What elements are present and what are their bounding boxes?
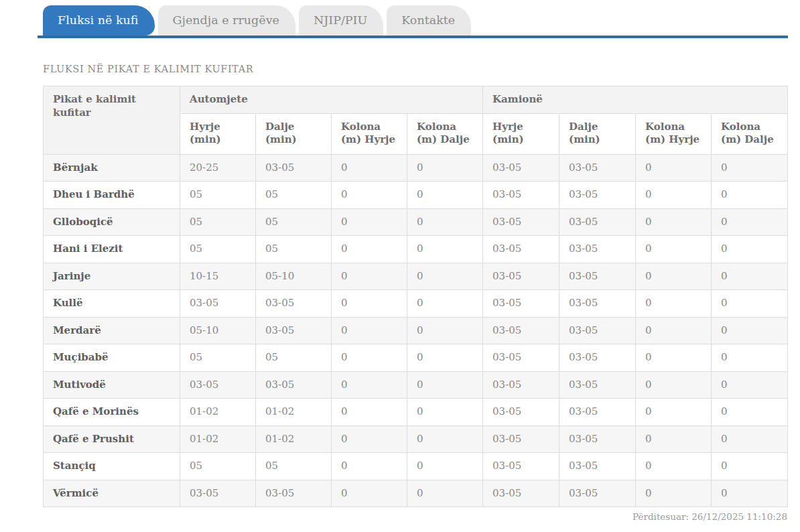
- automjete-value-cell: 05-10: [256, 263, 332, 290]
- table-row: Dheu i Bardhë05050003-0503-0500: [44, 182, 788, 209]
- kamione-value-cell: 0: [712, 371, 788, 399]
- column-header-kolona-dalje: Kolona (m) Dalje: [712, 113, 788, 154]
- column-header-dalje-min: Dalje (min): [256, 113, 332, 154]
- automjete-value-cell: 01-02: [180, 399, 256, 426]
- table-row: Glloboqicë05050003-0503-0500: [44, 208, 788, 236]
- automjete-value-cell: 05: [256, 182, 332, 209]
- crossing-point-name: Hani i Elezit: [44, 236, 180, 263]
- kamione-value-cell: 0: [636, 480, 712, 507]
- kamione-value-cell: 03-05: [483, 480, 559, 507]
- crossing-point-name: Glloboqicë: [44, 208, 180, 236]
- crossing-point-name: Kullë: [44, 290, 180, 318]
- table-row: Muçibabë05050003-0503-0500: [44, 344, 788, 372]
- automjete-value-cell: 03-05: [256, 480, 332, 507]
- column-header-kolona-hyrje: Kolona (m) Hyrje: [332, 113, 407, 154]
- automjete-value-cell: 0: [332, 290, 407, 318]
- kamione-value-cell: 0: [712, 263, 788, 290]
- column-header-kolona-dalje: Kolona (m) Dalje: [407, 113, 483, 154]
- kamione-value-cell: 0: [636, 182, 712, 209]
- table-row: Vërmicë03-0503-050003-0503-0500: [44, 480, 788, 507]
- crossing-point-name: Bërnjak: [44, 154, 180, 182]
- crossing-point-name: Muçibabë: [44, 344, 180, 372]
- kamione-value-cell: 03-05: [559, 480, 636, 507]
- automjete-value-cell: 01-02: [256, 425, 332, 453]
- last-updated-timestamp: Përditesuar: 26/12/2025 11:10:28: [43, 511, 787, 522]
- kamione-value-cell: 0: [636, 425, 712, 453]
- tab-gjendja-e-rrugeve[interactable]: Gjendja e rrugëve: [158, 5, 295, 36]
- kamione-value-cell: 0: [636, 290, 712, 318]
- automjete-value-cell: 03-05: [256, 317, 332, 344]
- automjete-value-cell: 01-02: [180, 425, 256, 453]
- automjete-value-cell: 05: [180, 453, 256, 480]
- automjete-value-cell: 0: [332, 236, 407, 263]
- automjete-value-cell: 0: [407, 480, 483, 507]
- automjete-value-cell: 05: [180, 208, 256, 236]
- kamione-value-cell: 03-05: [483, 317, 559, 344]
- automjete-value-cell: 0: [332, 208, 407, 236]
- table-row: Hani i Elezit05050003-0503-0500: [44, 236, 788, 263]
- automjete-value-cell: 05-10: [180, 317, 256, 344]
- kamione-value-cell: 0: [712, 480, 788, 507]
- kamione-value-cell: 0: [712, 453, 788, 480]
- automjete-value-cell: 0: [407, 263, 483, 290]
- kamione-value-cell: 0: [636, 154, 712, 182]
- automjete-value-cell: 05: [256, 453, 332, 480]
- kamione-value-cell: 0: [712, 399, 788, 426]
- tab-bar: Fluksi në kufi Gjendja e rrugëve NJIP/PI…: [38, 5, 788, 38]
- automjete-value-cell: 0: [407, 399, 483, 426]
- kamione-value-cell: 03-05: [483, 182, 559, 209]
- kamione-value-cell: 03-05: [559, 371, 636, 399]
- tab-kontakte[interactable]: Kontakte: [387, 5, 471, 36]
- kamione-value-cell: 03-05: [483, 208, 559, 236]
- page-title: FLUKSI NË PIKAT E KALIMIT KUFITAR: [43, 64, 800, 74]
- automjete-value-cell: 0: [407, 344, 483, 372]
- kamione-value-cell: 0: [712, 208, 788, 236]
- column-header-kolona-hyrje: Kolona (m) Hyrje: [636, 113, 712, 154]
- table-row: Merdarë05-1003-050003-0503-0500: [44, 317, 788, 344]
- kamione-value-cell: 03-05: [483, 263, 559, 290]
- border-flow-table: Pikat e kalimit kufitar Automjete Kamion…: [43, 86, 788, 507]
- automjete-value-cell: 0: [332, 154, 407, 182]
- table-row: Qafë e Morinës01-0201-020003-0503-0500: [44, 399, 788, 426]
- kamione-value-cell: 0: [636, 399, 712, 426]
- kamione-value-cell: 03-05: [559, 425, 636, 453]
- kamione-value-cell: 03-05: [559, 182, 636, 209]
- crossing-point-name: Jarinje: [44, 263, 180, 290]
- automjete-value-cell: 0: [407, 182, 483, 209]
- kamione-value-cell: 03-05: [559, 344, 636, 372]
- automjete-value-cell: 05: [180, 236, 256, 263]
- crossing-point-name: Qafë e Morinës: [44, 399, 180, 426]
- automjete-value-cell: 05: [180, 182, 256, 209]
- automjete-value-cell: 0: [407, 290, 483, 318]
- automjete-value-cell: 0: [407, 317, 483, 344]
- automjete-value-cell: 0: [407, 371, 483, 399]
- automjete-value-cell: 03-05: [256, 371, 332, 399]
- tab-fluksi-ne-kufi[interactable]: Fluksi në kufi: [43, 5, 155, 36]
- automjete-value-cell: 0: [332, 453, 407, 480]
- kamione-value-cell: 03-05: [483, 344, 559, 372]
- kamione-value-cell: 03-05: [483, 453, 559, 480]
- table-row: Stançiq05050003-0503-0500: [44, 453, 788, 480]
- crossing-point-name: Stançiq: [44, 453, 180, 480]
- table-row: Jarinje10-1505-100003-0503-0500: [44, 263, 788, 290]
- crossing-point-name: Vërmicë: [44, 480, 180, 507]
- automjete-value-cell: 0: [407, 453, 483, 480]
- column-header-hyrje-min: Hyrje (min): [180, 113, 256, 154]
- kamione-value-cell: 0: [712, 154, 788, 182]
- kamione-value-cell: 0: [636, 263, 712, 290]
- kamione-value-cell: 0: [712, 236, 788, 263]
- table-body: Bërnjak20-2503-050003-0503-0500Dheu i Ba…: [44, 154, 788, 507]
- automjete-value-cell: 0: [332, 425, 407, 453]
- automjete-value-cell: 03-05: [180, 480, 256, 507]
- crossing-point-name: Mutivodë: [44, 371, 180, 399]
- automjete-value-cell: 05: [180, 344, 256, 372]
- kamione-value-cell: 03-05: [559, 208, 636, 236]
- kamione-value-cell: 03-05: [559, 236, 636, 263]
- automjete-value-cell: 05: [256, 208, 332, 236]
- tab-njip-piu[interactable]: NJIP/PIU: [299, 5, 383, 36]
- kamione-value-cell: 0: [712, 425, 788, 453]
- automjete-value-cell: 03-05: [256, 290, 332, 318]
- group-header-automjete: Automjete: [180, 86, 483, 114]
- group-header-kamione: Kamionë: [483, 86, 788, 114]
- kamione-value-cell: 03-05: [559, 317, 636, 344]
